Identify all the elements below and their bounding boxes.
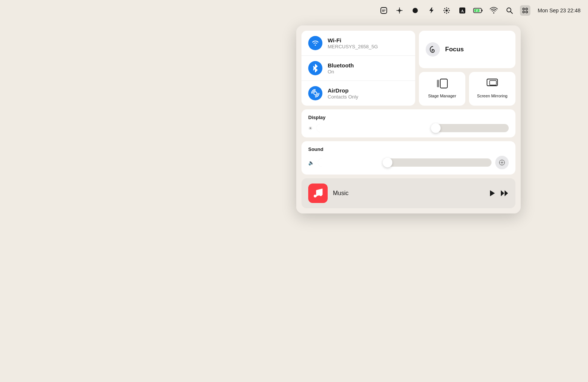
svg-point-23 bbox=[523, 8, 524, 10]
bluetooth-tile[interactable]: Bluetooth On bbox=[301, 56, 415, 81]
svg-point-12 bbox=[444, 8, 445, 9]
stage-manager-icon bbox=[437, 79, 448, 91]
svg-point-25 bbox=[523, 11, 524, 13]
svg-point-9 bbox=[446, 13, 447, 14]
bluetooth-tile-text: Bluetooth On bbox=[328, 62, 354, 75]
cc-top-row: Wi-Fi MERCUSYS_2658_5G Bluetooth On bbox=[301, 31, 515, 106]
volume-fill bbox=[318, 158, 388, 167]
music-app-icon bbox=[308, 184, 328, 203]
svg-rect-0 bbox=[381, 7, 387, 13]
wifi-tile-icon bbox=[308, 36, 322, 50]
music-title: Music bbox=[333, 190, 484, 197]
focus-tile-icon bbox=[426, 42, 440, 57]
display-section: Display ☀ bbox=[301, 109, 515, 137]
volume-thumb[interactable] bbox=[383, 158, 392, 167]
music-tile[interactable]: Music bbox=[301, 178, 515, 208]
svg-point-6 bbox=[413, 8, 418, 13]
cc-right-col: Focus Stage Manager bbox=[419, 31, 515, 106]
svg-point-15 bbox=[444, 12, 445, 13]
font-icon[interactable]: A bbox=[457, 5, 468, 16]
svg-point-8 bbox=[446, 7, 447, 9]
battery-icon[interactable] bbox=[473, 5, 483, 16]
svg-point-10 bbox=[443, 10, 444, 11]
screen-mirroring-tile[interactable]: Screen Mirroring bbox=[469, 72, 515, 106]
svg-point-21 bbox=[507, 8, 511, 12]
airdrop-tile-text: AirDrop Contacts Only bbox=[328, 87, 358, 100]
stage-manager-label: Stage Manager bbox=[428, 93, 456, 98]
svg-rect-31 bbox=[490, 81, 496, 85]
wifi-tile[interactable]: Wi-Fi MERCUSYS_2658_5G bbox=[301, 31, 415, 56]
music-skip-button[interactable] bbox=[500, 190, 509, 197]
svg-point-14 bbox=[448, 8, 449, 9]
airdrop-subtitle: Contacts Only bbox=[328, 94, 358, 100]
wifi-title: Wi-Fi bbox=[328, 37, 378, 43]
bluetooth-subtitle: On bbox=[328, 69, 354, 75]
move-icon[interactable] bbox=[394, 5, 405, 16]
airdrop-tile[interactable]: AirDrop Contacts Only bbox=[301, 81, 415, 106]
airdrop-title: AirDrop bbox=[328, 87, 358, 94]
bluetooth-title: Bluetooth bbox=[328, 62, 354, 69]
sound-row: 🔈 bbox=[308, 156, 509, 169]
bluetooth-tile-icon bbox=[308, 61, 322, 75]
network-tiles-group: Wi-Fi MERCUSYS_2658_5G Bluetooth On bbox=[301, 31, 415, 106]
svg-rect-29 bbox=[440, 79, 447, 88]
screen-mirroring-label: Screen Mirroring bbox=[477, 93, 507, 98]
svg-point-7 bbox=[445, 9, 448, 12]
sound-section: Sound 🔈 bbox=[301, 141, 515, 175]
menubar-datetime: Mon Sep 23 22:48 bbox=[538, 7, 581, 13]
music-play-button[interactable] bbox=[489, 190, 495, 197]
reeder-icon[interactable] bbox=[426, 5, 436, 16]
control-center-toggle[interactable] bbox=[520, 5, 530, 16]
stage-manager-tile[interactable]: Stage Manager bbox=[419, 72, 465, 106]
svg-point-35 bbox=[319, 193, 322, 196]
svg-line-22 bbox=[511, 12, 512, 13]
screen-mirroring-icon bbox=[487, 79, 498, 91]
extras-icon[interactable] bbox=[441, 5, 452, 16]
wifi-tile-text: Wi-Fi MERCUSYS_2658_5G bbox=[328, 37, 378, 49]
onelook-icon[interactable] bbox=[410, 5, 420, 16]
control-center-panel: Wi-Fi MERCUSYS_2658_5G Bluetooth On bbox=[296, 25, 521, 213]
svg-rect-28 bbox=[437, 80, 439, 87]
svg-rect-2 bbox=[382, 11, 385, 12]
svg-rect-19 bbox=[482, 10, 483, 12]
brightness-fill bbox=[316, 124, 436, 132]
airdrop-tile-icon bbox=[308, 86, 322, 100]
sound-title: Sound bbox=[308, 146, 509, 152]
display-slider-container: ☀ bbox=[308, 124, 509, 132]
stage-mirror-row: Stage Manager Screen Mirroring bbox=[419, 72, 515, 106]
brightness-thumb[interactable] bbox=[431, 123, 441, 133]
svg-point-26 bbox=[526, 11, 527, 13]
focus-tile[interactable]: Focus bbox=[419, 31, 515, 68]
cursor-app-icon[interactable] bbox=[379, 5, 389, 16]
svg-point-33 bbox=[501, 162, 503, 164]
svg-text:A: A bbox=[461, 9, 464, 13]
brightness-slider[interactable] bbox=[316, 124, 509, 132]
svg-point-34 bbox=[314, 195, 317, 198]
brightness-icon: ☀ bbox=[308, 125, 313, 131]
svg-rect-1 bbox=[382, 10, 386, 10]
wifi-status-icon[interactable] bbox=[489, 5, 499, 16]
focus-title: Focus bbox=[445, 46, 464, 53]
menubar: A bbox=[0, 0, 588, 21]
volume-slider[interactable] bbox=[318, 158, 491, 167]
svg-point-24 bbox=[526, 8, 527, 10]
music-controls bbox=[489, 190, 509, 197]
search-icon[interactable] bbox=[504, 5, 515, 16]
wifi-subtitle: MERCUSYS_2658_5G bbox=[328, 44, 378, 49]
sound-output-button[interactable] bbox=[495, 156, 509, 169]
svg-point-27 bbox=[314, 92, 317, 95]
volume-icon: 🔈 bbox=[308, 160, 314, 166]
display-title: Display bbox=[308, 115, 509, 120]
svg-point-11 bbox=[448, 10, 450, 11]
svg-point-13 bbox=[448, 12, 449, 13]
menubar-icons: A bbox=[379, 5, 581, 16]
